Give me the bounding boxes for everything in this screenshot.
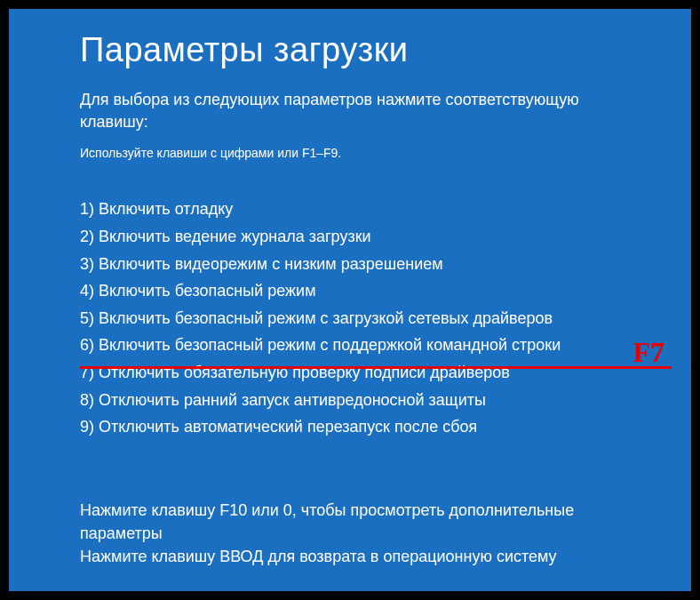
startup-settings-screen: Параметры загрузки Для выбора из следующ… — [9, 9, 691, 591]
page-title: Параметры загрузки — [80, 31, 620, 69]
footer-line-2: Нажмите клавишу ВВОД для возврата в опер… — [80, 545, 620, 568]
hint-text: Используйте клавиши с цифрами или F1–F9. — [80, 146, 620, 160]
option-6[interactable]: 6) Включить безопасный режим с поддержко… — [80, 332, 620, 359]
annotation-underline — [80, 366, 672, 369]
footer-line-1: Нажмите клавишу F10 или 0, чтобы просмот… — [80, 499, 620, 545]
footer-text: Нажмите клавишу F10 или 0, чтобы просмот… — [80, 499, 620, 568]
option-3[interactable]: 3) Включить видеорежим с низким разрешен… — [80, 251, 620, 278]
option-9[interactable]: 9) Отключить автоматический перезапуск п… — [80, 413, 620, 441]
option-2[interactable]: 2) Включить ведение журнала загрузки — [80, 223, 620, 251]
option-5[interactable]: 5) Включить безопасный режим с загрузкой… — [80, 305, 620, 332]
options-list: 1) Включить отладку 2) Включить ведение … — [80, 196, 620, 440]
option-1[interactable]: 1) Включить отладку — [80, 196, 620, 223]
option-4[interactable]: 4) Включить безопасный режим — [80, 277, 620, 305]
intro-text: Для выбора из следующих параметров нажми… — [80, 89, 620, 133]
annotation-label: F7 — [632, 336, 664, 369]
option-7[interactable]: 7) Отключить обязательную проверку подпи… — [80, 359, 620, 387]
option-8[interactable]: 8) Отключить ранний запуск антивредоносн… — [80, 387, 620, 414]
